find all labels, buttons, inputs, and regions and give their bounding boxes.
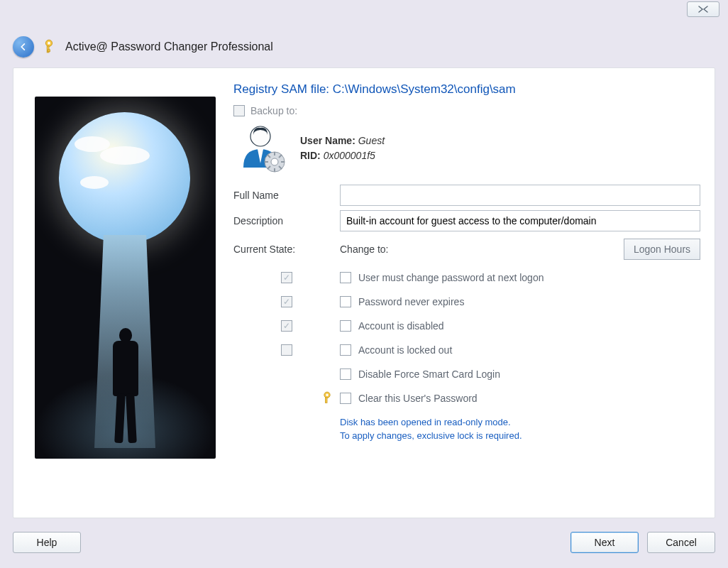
option-label-4: Disable Force Smart Card Login xyxy=(358,368,500,380)
option-label-2: Account is disabled xyxy=(358,320,444,332)
next-button[interactable]: Next xyxy=(570,532,639,553)
current-state-checkbox-0: ✓ xyxy=(281,272,292,283)
help-button[interactable]: Help xyxy=(13,532,81,553)
user-avatar-icon xyxy=(238,124,287,173)
app-title: Active@ Password Changer Professional xyxy=(65,40,273,53)
current-state-checkbox-1: ✓ xyxy=(281,296,292,307)
backup-label: Backup to: xyxy=(250,105,297,116)
main-panel: Registry SAM file: C:\Windows\System32\c… xyxy=(13,67,715,518)
key-icon xyxy=(38,36,60,58)
option-row-2: ✓ Account is disabled xyxy=(233,314,700,338)
full-name-input[interactable] xyxy=(340,185,700,206)
user-name-value: Guest xyxy=(358,135,385,146)
wizard-illustration xyxy=(35,97,216,459)
change-to-checkbox-0[interactable] xyxy=(340,272,351,283)
warning-line-1: Disk has been opened in read-only mode. xyxy=(340,416,700,430)
option-label-5: Clear this User's Password xyxy=(358,393,478,404)
full-name-row: Full Name xyxy=(233,185,700,206)
back-arrow-icon xyxy=(18,42,28,52)
change-to-checkbox-3[interactable] xyxy=(340,344,351,356)
option-label-0: User must change password at next logon xyxy=(358,272,544,283)
backup-checkbox xyxy=(233,105,245,116)
readonly-warning: Disk has been opened in read-only mode. … xyxy=(340,416,700,443)
option-label-1: Password never expires xyxy=(358,296,464,307)
full-name-label: Full Name xyxy=(233,190,340,201)
header-bar: Active@ Password Changer Professional xyxy=(13,33,715,61)
description-label: Description xyxy=(233,215,340,226)
warning-line-2: To apply changes, exclusive lock is requ… xyxy=(340,430,700,443)
change-to-checkbox-5[interactable] xyxy=(340,393,351,404)
key-icon xyxy=(317,388,337,408)
option-label-3: Account is locked out xyxy=(358,344,452,356)
rid-label: RID: xyxy=(300,150,321,161)
backup-row: Backup to: xyxy=(233,105,700,116)
window-close-button[interactable] xyxy=(687,1,719,17)
svg-rect-17 xyxy=(326,398,328,403)
current-state-label: Current State: xyxy=(233,244,340,255)
user-info-block: User Name: Guest RID: 0x000001f5 xyxy=(238,124,700,173)
footer-bar: Help Next Cancel xyxy=(13,527,715,558)
user-name-label: User Name: xyxy=(300,135,355,146)
current-state-checkbox-2: ✓ xyxy=(281,320,292,332)
description-input[interactable] xyxy=(340,210,700,231)
option-row-1: ✓ Password never expires xyxy=(233,290,700,314)
close-icon xyxy=(697,5,710,13)
rid-value: 0x000001f5 xyxy=(324,150,375,161)
sam-file-value: C:\Windows\System32\config\sam xyxy=(333,82,516,96)
svg-point-14 xyxy=(271,158,278,165)
option-row-5: Clear this User's Password xyxy=(233,386,700,410)
logon-hours-button[interactable]: Logon Hours xyxy=(624,239,700,260)
change-to-checkbox-2[interactable] xyxy=(340,320,351,332)
cancel-button[interactable]: Cancel xyxy=(647,532,715,553)
user-info-text: User Name: Guest RID: 0x000001f5 xyxy=(300,133,385,163)
change-to-checkbox-4[interactable] xyxy=(340,368,351,380)
state-header: Current State: Change to: Logon Hours xyxy=(233,239,700,260)
change-to-label: Change to: xyxy=(340,244,624,255)
option-row-0: ✓ User must change password at next logo… xyxy=(233,266,700,290)
option-row-3: Account is locked out xyxy=(233,338,700,362)
option-row-4: Disable Force Smart Card Login xyxy=(233,362,700,386)
content-area: Registry SAM file: C:\Windows\System32\c… xyxy=(233,82,700,510)
current-state-checkbox-3 xyxy=(281,344,292,356)
change-to-checkbox-1[interactable] xyxy=(340,296,351,307)
back-button[interactable] xyxy=(13,36,34,58)
sam-file-path: Registry SAM file: C:\Windows\System32\c… xyxy=(233,82,700,97)
svg-rect-3 xyxy=(48,50,50,52)
description-row: Description xyxy=(233,210,700,231)
sam-file-prefix: Registry SAM file: xyxy=(233,82,333,96)
